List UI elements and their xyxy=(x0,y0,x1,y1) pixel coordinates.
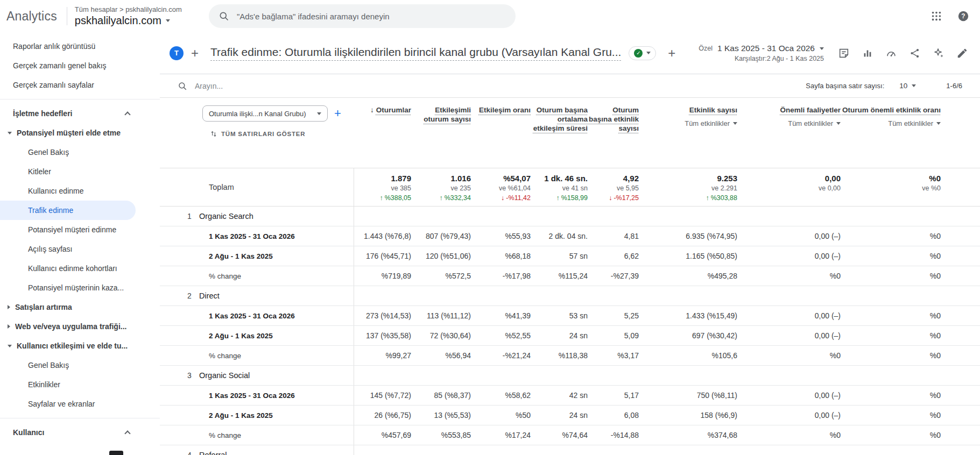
global-search-input[interactable] xyxy=(237,12,506,21)
metric-value: 807 (%79,43) xyxy=(411,226,471,246)
bar-chart-icon[interactable] xyxy=(862,47,873,59)
table-search-icon xyxy=(178,81,187,91)
metric-value: 1.443 (%76,8) xyxy=(354,226,411,246)
date-range-value[interactable]: 1 Kas 2025 - 31 Oca 2026 xyxy=(717,44,815,53)
sidebar-item-label: Gerçek zamanlı genel bakış xyxy=(13,61,107,70)
add-dimension-icon[interactable]: + xyxy=(334,108,341,119)
sidebar-item-sayfalar-ve-ekranlar[interactable]: Sayfalar ve ekranlar xyxy=(0,394,160,414)
column-header-oturum-nemli-etkinlik-oran[interactable]: Oturum önemli etkinlik oranıTüm etkinlik… xyxy=(841,105,941,128)
add-comparison-icon[interactable]: + xyxy=(191,47,199,60)
sidebar-item-label: Potansiyel müşteri elde etme xyxy=(17,129,121,137)
table-group-row-organic-search[interactable]: 1Organic Search xyxy=(160,207,980,226)
sidebar-item-a-l-sayfas[interactable]: Açılış sayfası xyxy=(0,239,160,259)
column-header-etkile-imli-oturum-say-s[interactable]: Etkileşimli oturum sayısı xyxy=(411,105,471,124)
sidebar-item-kullan-c-edinme[interactable]: Kullanıcı edinme xyxy=(0,181,160,201)
row-label: 1 Kas 2025 - 31 Oca 2026 xyxy=(209,232,295,240)
sidebar-item-label: Sayfalar ve ekranlar xyxy=(28,400,95,408)
sidebar-item-etkinlikler[interactable]: Etkinlikler xyxy=(0,375,160,394)
metric-value: %0 xyxy=(737,425,841,445)
metric-value: 697 (%30,42) xyxy=(639,326,737,345)
sidebar-item-potansiyel-m-teri-elde-etme[interactable]: Potansiyel müşteri elde etme xyxy=(0,123,160,143)
sidebar-item-web-ve-veya-uygulama-trafi-i[interactable]: Web ve/veya uygulama trafiği... xyxy=(0,317,160,336)
metric-value: -%14,88 xyxy=(588,425,639,445)
table-group-row-referral[interactable]: 4Referral xyxy=(160,445,980,455)
notes-icon[interactable] xyxy=(838,47,850,59)
metric-value: %55,93 xyxy=(471,226,531,246)
shell: Raporlar anlık görüntüsüGerçek zamanlı g… xyxy=(0,32,980,455)
sidebar-item-trafik-edinme[interactable]: Trafik edinme xyxy=(0,201,136,220)
column-header-oturumlar[interactable]: ↓Oturumlar xyxy=(354,105,411,115)
dimension-selector[interactable]: Oturumla ilişki...n Kanal Grubu) xyxy=(202,105,328,122)
sidebar-item-kullan-c-edinme-kohortlar[interactable]: Kullanıcı edinme kohortları xyxy=(0,259,160,278)
metric-value: 145 (%7,72) xyxy=(354,386,411,405)
report-status-pill[interactable]: ✓ xyxy=(629,46,656,60)
metric-value: %50 xyxy=(471,406,531,425)
column-header-oturum-ba-na-ortalama-etkile-im-s-resi[interactable]: Oturum başına ortalama etkileşim süresi xyxy=(531,105,588,133)
sidebar-item-genel-bak[interactable]: Genel Bakış xyxy=(0,356,160,375)
table-search-input[interactable] xyxy=(195,82,367,90)
date-range-picker[interactable]: Özel 1 Kas 2025 - 31 Oca 2026 Karşılaştı… xyxy=(699,44,824,62)
table-data-row: 2 Ağu - 1 Kas 2025137 (%35,58)72 (%30,64… xyxy=(160,326,980,346)
add-report-tab-icon[interactable]: + xyxy=(668,47,675,60)
chevron-down-icon[interactable] xyxy=(912,84,916,87)
report-actions xyxy=(838,47,968,59)
sidebar-item-genel-bak[interactable]: Genel Bakış xyxy=(0,143,160,162)
metric-value: 53 sn xyxy=(531,306,588,325)
column-header-etkinlik-say-s[interactable]: Etkinlik sayısıTüm etkinlikler xyxy=(639,105,737,128)
show-all-rows-button[interactable]: TÜM SATIRLARI GÖSTER xyxy=(210,130,354,138)
metric-value: %74,64 xyxy=(531,425,588,445)
sidebar-item-potansiyel-m-teri-edinme[interactable]: Potansiyel müşteri edinme xyxy=(0,220,160,239)
sidebar-item-raporlar-anl-k-g-r-nt-s[interactable]: Raporlar anlık görüntüsü xyxy=(0,37,160,56)
help-icon[interactable]: ? xyxy=(957,10,969,22)
analytics-logo[interactable]: Analytics xyxy=(6,9,57,24)
sidebar-item-kitleler[interactable]: Kitleler xyxy=(0,162,160,181)
table-group-row-organic-social[interactable]: 3Organic Social xyxy=(160,366,980,386)
comparison-badge[interactable]: T xyxy=(170,46,184,60)
metric-value: %0 xyxy=(841,406,941,425)
column-header-nemli-faaliyetler[interactable]: Önemli faaliyetlerTüm etkinlikler xyxy=(737,105,841,128)
metric-value: %41,39 xyxy=(471,306,531,325)
column-event-filter[interactable]: Tüm etkinlikler xyxy=(737,119,841,128)
metric-value: %0 xyxy=(841,226,941,246)
metric-value: 120 (%51,06) xyxy=(411,246,471,266)
sidebar-item-i-letme-hedefleri[interactable]: İşletme hedefleri xyxy=(0,104,160,123)
sidebar-item-kullan-c[interactable]: Kullanıcı xyxy=(0,423,160,442)
sidebar-item-potansiyel-m-terinin-kaza[interactable]: Potansiyel müşterinin kaza... xyxy=(0,278,160,297)
column-event-filter[interactable]: Tüm etkinlikler xyxy=(841,119,941,128)
breadcrumb[interactable]: Tüm hesaplar > pskhalilyalcin.com xyxy=(75,5,182,13)
chevron-down-icon xyxy=(317,112,321,115)
metric-value: %0 xyxy=(737,266,841,286)
metric-value: 24 sn xyxy=(531,406,588,425)
global-search[interactable] xyxy=(209,4,516,28)
table-body: 1Organic Search1 Kas 2025 - 31 Oca 20261… xyxy=(160,207,980,455)
edit-pencil-icon[interactable] xyxy=(956,47,968,59)
column-event-filter[interactable]: Tüm etkinlikler xyxy=(639,119,737,128)
dimension-column-header: Oturumla ilişki...n Kanal Grubu) + TÜM S… xyxy=(178,105,354,138)
column-header-etkile-im-oran[interactable]: Etkileşim oranı xyxy=(471,105,531,115)
chevron-up-icon xyxy=(124,430,130,436)
property-name[interactable]: pskhalilyalcin.com xyxy=(75,15,161,27)
rows-per-page-label: Sayfa başına satır sayısı: xyxy=(806,82,884,90)
rows-per-page-select[interactable]: 10 xyxy=(899,82,907,90)
apps-grid-icon[interactable] xyxy=(930,10,942,22)
channel-name: Direct xyxy=(199,292,220,300)
sidebar-item-sat-lar-art-rma[interactable]: Satışları artırma xyxy=(0,297,160,317)
row-number: 4 xyxy=(178,451,199,455)
column-header-oturum-ba-na-etkinlik-say-s[interactable]: Oturum başına etkinlik sayısı xyxy=(588,105,639,133)
sidebar-item-label: Genel Bakış xyxy=(28,361,69,369)
metric-value: 85 (%8,37) xyxy=(411,386,471,405)
sidebar-item-ger-ek-zamanl-genel-bak[interactable]: Gerçek zamanlı genel bakış xyxy=(0,56,160,75)
sidebar-item-label: Kullanıcı etkileşimi ve elde tu... xyxy=(17,342,128,350)
trend-down-icon: ↓ xyxy=(609,194,612,202)
sidebar-item-ger-ek-zamanl-sayfalar[interactable]: Gerçek zamanlı sayfalar xyxy=(0,75,160,95)
account-switcher[interactable]: Tüm hesaplar > pskhalilyalcin.com pskhal… xyxy=(75,5,182,27)
share-icon[interactable] xyxy=(909,47,921,59)
table-group-row-direct[interactable]: 2Direct xyxy=(160,286,980,306)
sidebar-item-kullan-c-etkile-imi-ve-elde-tu[interactable]: Kullanıcı etkileşimi ve elde tu... xyxy=(0,336,160,356)
insights-gauge-icon[interactable] xyxy=(885,47,897,59)
channel-name: Organic Social xyxy=(199,371,250,380)
topbar-actions: ? xyxy=(930,10,969,22)
metric-value: 5,25 xyxy=(588,306,639,325)
sparkles-icon[interactable] xyxy=(933,47,944,59)
metric-value: %52,55 xyxy=(471,326,531,345)
